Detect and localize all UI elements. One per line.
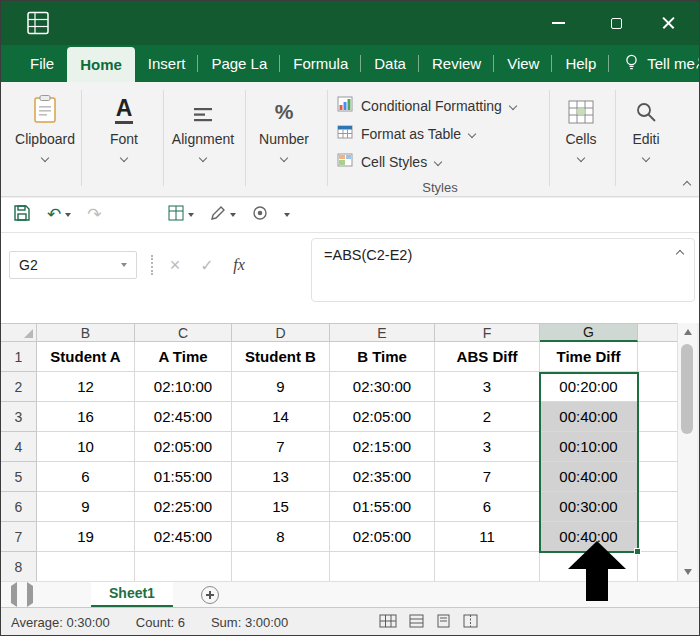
cell-G5[interactable]: 00:40:00 xyxy=(540,462,638,492)
cell-C4[interactable]: 02:05:00 xyxy=(135,432,232,462)
cell-B8[interactable] xyxy=(37,552,135,582)
cell-partial[interactable] xyxy=(638,552,677,582)
formula-input[interactable]: =ABS(C2-E2) xyxy=(311,238,695,302)
alignment-group-button[interactable]: Alignment xyxy=(169,88,237,165)
cell-D2[interactable]: 9 xyxy=(232,372,330,402)
collapse-formula-bar-icon[interactable] xyxy=(676,250,684,258)
cell-C7[interactable]: 02:45:00 xyxy=(135,522,232,552)
cell-G2-active[interactable]: 00:20:00 xyxy=(540,372,638,402)
cell-E7[interactable]: 02:05:00 xyxy=(330,522,435,552)
cell-C6[interactable]: 02:25:00 xyxy=(135,492,232,522)
number-group-button[interactable]: % Number xyxy=(251,88,317,165)
redo-button[interactable]: ↷ xyxy=(87,207,101,223)
cell-partial[interactable] xyxy=(638,492,677,522)
tab-data[interactable]: Data xyxy=(361,45,419,82)
tab-formulas[interactable]: Formula xyxy=(280,45,361,82)
cell-G6[interactable]: 00:30:00 xyxy=(540,492,638,522)
cell-D3[interactable]: 14 xyxy=(232,402,330,432)
cell-E3[interactable]: 02:05:00 xyxy=(330,402,435,432)
row-header-4[interactable]: 4 xyxy=(1,432,37,462)
cell-D7[interactable]: 8 xyxy=(232,522,330,552)
name-box-dropdown-icon[interactable] xyxy=(121,263,127,267)
collapse-ribbon-icon[interactable] xyxy=(683,181,691,189)
select-all-button[interactable] xyxy=(1,324,37,342)
sheet-tab-sheet1[interactable]: Sheet1 xyxy=(91,582,173,608)
tab-home[interactable]: Home xyxy=(67,47,135,82)
new-sheet-button[interactable] xyxy=(201,586,219,604)
cell-B2[interactable]: 12 xyxy=(37,372,135,402)
row-header-8[interactable]: 8 xyxy=(1,552,37,582)
scroll-down-button[interactable] xyxy=(678,563,697,581)
cell-partial[interactable] xyxy=(638,342,677,372)
cell-G4[interactable]: 00:10:00 xyxy=(540,432,638,462)
row-header-7[interactable]: 7 xyxy=(1,522,37,552)
cell-partial[interactable] xyxy=(638,432,677,462)
cell-partial[interactable] xyxy=(638,522,677,552)
page-break-preview-button[interactable] xyxy=(463,614,478,632)
cell-E4[interactable]: 02:15:00 xyxy=(330,432,435,462)
cell-C5[interactable]: 01:55:00 xyxy=(135,462,232,492)
cell-D5[interactable]: 13 xyxy=(232,462,330,492)
share-button[interactable]: Share xyxy=(695,45,700,82)
column-header-G[interactable]: G xyxy=(540,324,638,342)
cell-B4[interactable]: 10 xyxy=(37,432,135,462)
cell-partial[interactable] xyxy=(638,462,677,492)
cell-E8[interactable] xyxy=(330,552,435,582)
normal-view-button[interactable] xyxy=(409,614,424,632)
tab-page-layout[interactable]: Page La xyxy=(198,45,280,82)
cell-D8[interactable] xyxy=(232,552,330,582)
cell-E1[interactable]: B Time xyxy=(330,342,435,372)
enter-button[interactable]: ✓ xyxy=(193,251,221,279)
draw-tool-button[interactable] xyxy=(210,205,236,225)
cell-C1[interactable]: A Time xyxy=(135,342,232,372)
touch-mode-button[interactable] xyxy=(252,205,268,225)
cell-C2[interactable]: 02:10:00 xyxy=(135,372,232,402)
cell-F4[interactable]: 3 xyxy=(435,432,540,462)
cell-B5[interactable]: 6 xyxy=(37,462,135,492)
cell-D1[interactable]: Student B xyxy=(232,342,330,372)
row-header-1[interactable]: 1 xyxy=(1,342,37,372)
cell-F8[interactable] xyxy=(435,552,540,582)
tab-review[interactable]: Review xyxy=(419,45,494,82)
cell-F3[interactable]: 2 xyxy=(435,402,540,432)
tell-me-button[interactable]: Tell me xyxy=(623,45,695,82)
cell-B3[interactable]: 16 xyxy=(37,402,135,432)
sheet-nav-left-icon[interactable] xyxy=(11,586,17,604)
draw-tool-dropdown-icon[interactable] xyxy=(230,213,236,217)
scroll-up-button[interactable] xyxy=(678,323,697,341)
qat-overflow-button[interactable] xyxy=(284,213,290,217)
cell-partial[interactable] xyxy=(638,372,677,402)
column-header-E[interactable]: E xyxy=(330,324,435,342)
name-box[interactable]: G2 xyxy=(9,251,137,279)
column-header-B[interactable]: B xyxy=(37,324,135,342)
cell-G3[interactable]: 00:40:00 xyxy=(540,402,638,432)
cell-F1[interactable]: ABS Diff xyxy=(435,342,540,372)
column-header-C[interactable]: C xyxy=(135,324,232,342)
column-header-F[interactable]: F xyxy=(435,324,540,342)
undo-button[interactable]: ↶ xyxy=(47,207,71,223)
minimize-button[interactable] xyxy=(535,1,581,45)
cell-B6[interactable]: 9 xyxy=(37,492,135,522)
undo-dropdown-icon[interactable] xyxy=(65,213,71,217)
tab-help[interactable]: Help xyxy=(552,45,609,82)
column-header-partial[interactable] xyxy=(638,324,677,342)
font-group-button[interactable]: A Font xyxy=(91,88,157,165)
cell-F5[interactable]: 7 xyxy=(435,462,540,492)
save-button[interactable] xyxy=(13,204,31,226)
cell-C8[interactable] xyxy=(135,552,232,582)
cell-F6[interactable]: 6 xyxy=(435,492,540,522)
insert-function-button[interactable]: fx xyxy=(225,251,253,279)
grid-view-icon[interactable] xyxy=(379,614,397,632)
sheet-nav-right-icon[interactable] xyxy=(27,586,33,604)
vertical-scroll-thumb[interactable] xyxy=(681,344,693,434)
row-header-3[interactable]: 3 xyxy=(1,402,37,432)
conditional-formatting-button[interactable]: Conditional Formatting xyxy=(337,92,547,120)
cell-C3[interactable]: 02:45:00 xyxy=(135,402,232,432)
row-header-6[interactable]: 6 xyxy=(1,492,37,522)
tab-insert[interactable]: Insert xyxy=(135,45,199,82)
cell-G1[interactable]: Time Diff xyxy=(540,342,638,372)
cell-E6[interactable]: 01:55:00 xyxy=(330,492,435,522)
cell-F7[interactable]: 11 xyxy=(435,522,540,552)
cell-styles-button[interactable]: Cell Styles xyxy=(337,148,547,176)
row-header-2[interactable]: 2 xyxy=(1,372,37,402)
